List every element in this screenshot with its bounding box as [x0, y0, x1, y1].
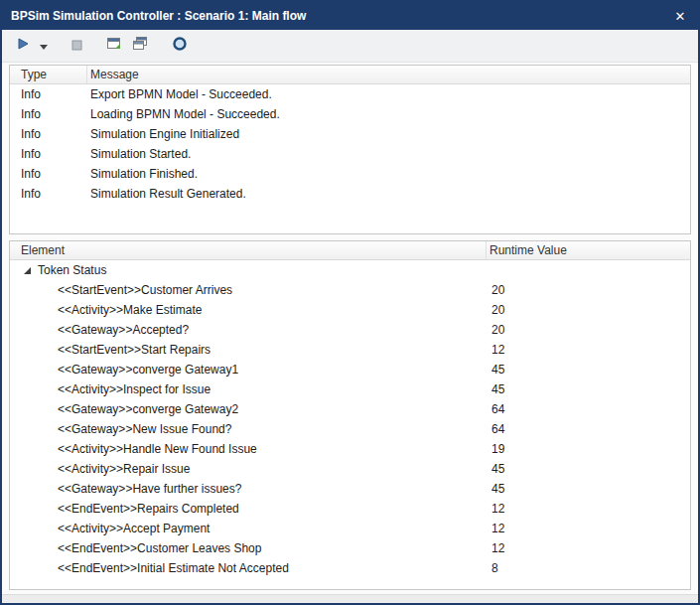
log-type: Info	[10, 167, 87, 181]
result-row[interactable]: <<Activity>>Make Estimate 20	[10, 300, 690, 320]
run-button[interactable]	[12, 33, 34, 59]
log-message: Simulation Engine Initialized	[87, 127, 690, 141]
element-name: <<EndEvent>>Repairs Completed	[10, 502, 487, 516]
results-panel: Element Runtime Value Token Status <<Sta…	[9, 240, 691, 590]
result-row[interactable]: <<StartEvent>>Customer Arrives 20	[10, 280, 690, 300]
log-header-row: Type Message	[10, 66, 690, 84]
runtime-value: 12	[487, 502, 690, 516]
runtime-value: 12	[487, 522, 690, 535]
toolbar	[2, 30, 698, 63]
run-options-button[interactable]	[36, 33, 52, 59]
element-name: <<StartEvent>>Customer Arrives	[10, 283, 487, 297]
column-header-element[interactable]: Element	[10, 241, 487, 259]
element-name: <<Activity>>Repair Issue	[10, 462, 487, 476]
runtime-value: 45	[487, 363, 690, 377]
column-header-message[interactable]: Message	[87, 66, 690, 83]
element-name: <<Activity>>Accept Payment	[10, 522, 487, 535]
toolbar-separator	[54, 46, 68, 47]
runtime-value: 45	[487, 462, 690, 476]
bpsim-controller-window: BPSim Simulation Controller : Scenario 1…	[0, 0, 700, 605]
log-message: Simulation Result Generated.	[87, 187, 690, 201]
copy-results-button[interactable]	[128, 33, 152, 59]
play-icon	[16, 37, 30, 55]
log-message: Simulation Finished.	[87, 167, 690, 181]
element-name: <<StartEvent>>Start Repairs	[10, 343, 487, 357]
result-row[interactable]: <<EndEvent>>Initial Estimate Not Accepte…	[10, 558, 690, 578]
toolbar-separator	[154, 46, 168, 47]
result-row[interactable]: <<StartEvent>>Start Repairs 12	[10, 340, 690, 360]
log-row[interactable]: Info Simulation Finished.	[10, 164, 690, 184]
result-row[interactable]: <<Activity>>Inspect for Issue 45	[10, 379, 690, 399]
copy-window-icon	[132, 36, 148, 56]
column-header-runtime-value[interactable]: Runtime Value	[487, 241, 690, 259]
log-type: Info	[10, 107, 87, 121]
log-message: Loading BPMN Model - Succeeded.	[87, 107, 690, 121]
log-message: Export BPMN Model - Succeeded.	[87, 87, 690, 101]
log-row[interactable]: Info Simulation Result Generated.	[10, 184, 690, 204]
runtime-value: 45	[487, 482, 690, 496]
element-name: <<Gateway>>converge Gateway2	[10, 402, 487, 416]
result-row[interactable]: <<Activity>>Repair Issue 45	[10, 459, 690, 479]
close-icon: ✕	[675, 9, 686, 24]
bottom-strip	[2, 594, 698, 603]
stop-button[interactable]	[68, 33, 86, 59]
export-model-button[interactable]	[102, 33, 126, 59]
element-name: <<Gateway>>converge Gateway1	[10, 363, 487, 377]
bpsim-button[interactable]	[168, 33, 192, 59]
titlebar[interactable]: BPSim Simulation Controller : Scenario 1…	[2, 2, 698, 30]
result-row[interactable]: <<Activity>>Handle New Found Issue 19	[10, 439, 690, 459]
element-name: <<Activity>>Handle New Found Issue	[10, 442, 487, 456]
runtime-value: 19	[487, 442, 690, 456]
result-row[interactable]: <<Gateway>>New Issue Found? 64	[10, 419, 690, 439]
log-row[interactable]: Info Export BPMN Model - Succeeded.	[10, 84, 690, 104]
toolbar-separator	[88, 46, 102, 47]
log-type: Info	[10, 127, 87, 141]
log-panel: Type Message Info Export BPMN Model - Su…	[9, 65, 691, 234]
runtime-value: 12	[487, 343, 690, 357]
runtime-value: 20	[487, 283, 690, 297]
result-row[interactable]: <<Activity>>Accept Payment 12	[10, 519, 690, 538]
column-header-type[interactable]: Type	[10, 66, 87, 83]
close-button[interactable]: ✕	[662, 2, 698, 30]
log-type: Info	[10, 187, 87, 201]
element-name: <<EndEvent>>Initial Estimate Not Accepte…	[10, 561, 487, 575]
runtime-value: 8	[487, 561, 690, 575]
element-name: <<Activity>>Make Estimate	[10, 303, 487, 317]
runtime-value: 20	[487, 303, 690, 317]
log-message: Simulation Started.	[87, 147, 690, 161]
window-export-icon	[106, 36, 122, 56]
group-label: Token Status	[38, 263, 106, 277]
result-row[interactable]: <<EndEvent>>Repairs Completed 12	[10, 499, 690, 519]
element-name: <<Gateway>>Have further issues?	[10, 482, 487, 496]
element-name: <<EndEvent>>Customer Leaves Shop	[10, 541, 487, 555]
log-type: Info	[10, 87, 87, 101]
result-row[interactable]: <<EndEvent>>Customer Leaves Shop 12	[10, 538, 690, 558]
results-header-row: Element Runtime Value	[10, 241, 690, 260]
result-row[interactable]: <<Gateway>>converge Gateway1 45	[10, 360, 690, 379]
log-row[interactable]: Info Simulation Engine Initialized	[10, 124, 690, 144]
element-name: <<Gateway>>New Issue Found?	[10, 422, 487, 436]
runtime-value: 12	[487, 541, 690, 555]
token-status-group-row[interactable]: Token Status	[10, 260, 690, 280]
window-title: BPSim Simulation Controller : Scenario 1…	[11, 9, 662, 23]
element-name: <<Activity>>Inspect for Issue	[10, 382, 487, 396]
log-type: Info	[10, 147, 87, 161]
collapse-triangle-icon[interactable]	[23, 266, 32, 275]
log-row[interactable]: Info Simulation Started.	[10, 144, 690, 164]
result-row[interactable]: <<Gateway>>Have further issues? 45	[10, 479, 690, 499]
result-row[interactable]: <<Gateway>>converge Gateway2 64	[10, 399, 690, 419]
runtime-value: 64	[487, 422, 690, 436]
element-name: <<Gateway>>Accepted?	[10, 323, 487, 337]
log-row[interactable]: Info Loading BPMN Model - Succeeded.	[10, 104, 690, 124]
runtime-value: 20	[487, 323, 690, 337]
runtime-value: 45	[487, 382, 690, 396]
chevron-down-icon	[40, 37, 48, 55]
stop-icon	[71, 37, 82, 55]
target-icon	[172, 36, 188, 56]
runtime-value: 64	[487, 402, 690, 416]
result-row[interactable]: <<Gateway>>Accepted? 20	[10, 320, 690, 340]
